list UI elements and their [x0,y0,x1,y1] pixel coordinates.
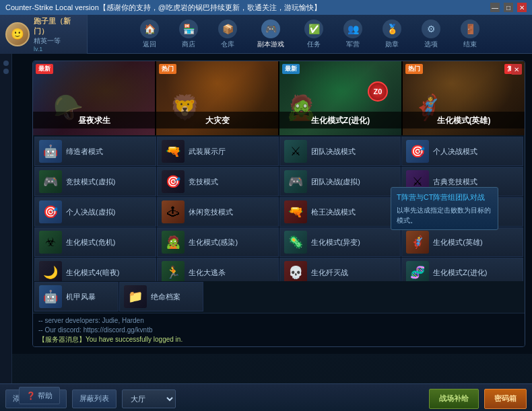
mode-name-bio-mutant: 生化模式(异变) [311,237,360,247]
mode-cell-solo-virt[interactable]: 🎯 个人决战(虚拟) [34,197,156,227]
rail-dot-1 [3,61,9,66]
mode-name-team-battle: 团队决战模式 [311,147,356,156]
chat-line-2: -- Our discord: https://discord.gg/kvntb [38,326,519,335]
mode-icon-casual: 🕹 [162,200,185,223]
mode-icon-gunking: 🔫 [284,200,307,223]
side-rail [0,54,12,383]
mode-cell-casual[interactable]: 🕹 休闲竞技模式 [157,197,279,227]
mode-cell-bio-mutant[interactable]: 🦠 生化模式(异变) [279,227,401,257]
mode-name-bio-annihilate: 生化歼灭战 [311,268,348,277]
mode-name-solo-virt: 个人决战(虚拟) [66,207,115,217]
nav-dungeon[interactable]: 🎮 副本游戏 [253,17,288,52]
main-content: ✕ 最新 🪖 昼夜求生 热门 🦁 大灾变 [0,54,532,383]
mode-cell-bio-crisis[interactable]: ☣ 生化模式(危机) [34,227,156,257]
banner-label-1: 昼夜求生 [78,116,110,125]
nav-medal[interactable]: 🏅 勋章 [378,17,405,52]
z-badge: Z0 [368,81,388,102]
mode-cell-mech[interactable]: 🤖 机甲风暴 [34,282,119,311]
mode-icon-bio-infect: 🧟 [162,231,185,254]
mode-cell-weapons[interactable]: 🔫 武装展示厅 [157,137,279,166]
mode-icon-bio-z: 🧬 [406,261,429,281]
mode-cell-comp-virt[interactable]: 🎮 竞技模式(虚拟) [34,167,156,196]
banner-item-1[interactable]: 最新 🪖 昼夜求生 [33,61,155,135]
nav-shop[interactable]: 🏪 商店 [175,17,202,52]
medal-icon: 🏅 [383,20,401,38]
mode-icon-bio-crisis: ☣ [39,231,62,254]
mode-cell-solo-battle[interactable]: 🎯 个人决战模式 [401,137,523,166]
mode-cell-bio-z[interactable]: 🧬 生化模式Z(进化) [401,258,523,281]
mode-icon-comp-virt: 🎮 [39,170,62,193]
mode-name-bio-infect: 生化模式(感染) [189,237,238,247]
battle-supply-button[interactable]: 战场补给 [429,389,479,409]
mode-icon-weapons: 🔫 [162,140,185,163]
chat-area: -- server developers: Judie, Harden -- O… [33,313,525,346]
nav-settings[interactable]: ⚙ 选项 [418,17,444,52]
nav-home[interactable]: 🏠 返回 [136,17,163,52]
banner-label-2: 大灾变 [205,116,230,125]
banner-section: 最新 🪖 昼夜求生 热门 🦁 大灾变 最新 [33,61,525,135]
banner-badge-3: 最新 [282,64,300,74]
mode-cell-team-battle[interactable]: ⚔ 团队决战模式 [279,137,401,166]
mode-icon-bio-hero: 🦸 [406,231,429,254]
nav-quest[interactable]: ✅ 任务 [300,17,327,52]
user-level: lv.1 [34,46,81,52]
mode-icon-bio-annihilate: 💀 [284,261,307,281]
mode-name-bio4-dark: 生化模式4(暗夜) [66,268,119,277]
nav-military[interactable]: 👥 军营 [339,17,366,52]
tooltip-desc: 以率先达成指定击败数为目标的模式。 [397,205,492,225]
banner-badge-4: 热门 [405,64,423,74]
mode-cell-bio-escape[interactable]: 🏃 生化大逃杀 [157,258,279,281]
app-container: 🙂 跑子里（新门） 精英一等 lv.1 🏠 返回 🏪 商店 📦 仓库 🎮 [0,15,532,411]
mode-icon-bio-mutant: 🦠 [284,231,307,254]
banner-item-2[interactable]: 热门 🦁 大灾变 [156,61,278,135]
nav-exit[interactable]: 🚪 结束 [457,17,484,52]
military-icon: 👥 [343,20,362,38]
mode-cell-bio4-dark[interactable]: 🌙 生化模式4(暗夜) [34,258,156,281]
mode-icon-dead: 📁 [124,285,147,308]
chat-line-3: 【服务器消息】You have successfully logged in. [38,335,519,344]
banner-label-4: 生化模式(英雄) [437,116,491,125]
mode-name-gunking: 枪王决战模式 [311,207,356,217]
mode-name-bio-z: 生化模式Z(进化) [433,268,487,277]
mode-cell-builder[interactable]: 🤖 缔造者模式 [34,137,156,166]
modal-close-button[interactable]: ✕ [511,64,522,75]
rail-dot-2 [3,69,9,74]
user-name: 跑子里（新门） [34,16,81,36]
window-controls: — □ ✕ [490,3,527,12]
mode-icon-team-virt: 🎮 [284,170,307,193]
mode-name-builder: 缔造者模式 [66,147,103,156]
mode-cell-gunking[interactable]: 🔫 枪王决战模式 [279,197,401,227]
mode-cell-team-virt[interactable]: 🎮 团队决战(虚拟) [279,167,401,196]
close-button[interactable]: ✕ [517,3,527,12]
banner-item-4[interactable]: 热门 复仇 🦸 生化模式(英雄) [403,61,525,135]
maximize-button[interactable]: □ [504,3,513,12]
window-title: Counter-Strike Local version【感谢你的支持，@吃虎岩… [5,3,321,13]
top-nav: 🙂 跑子里（新门） 精英一等 lv.1 🏠 返回 🏪 商店 📦 仓库 🎮 [0,15,532,54]
user-rank: 精英一等 [34,36,81,46]
mode-name-mech: 机甲风暴 [66,292,96,301]
mode-cell-bio-hero[interactable]: 🦸 生化模式(英雄) [401,227,523,257]
storage-icon: 📦 [218,20,237,38]
mode-cell-bio-infect[interactable]: 🧟 生化模式(感染) [157,227,279,257]
mode-cell-comp[interactable]: 🎯 竞技模式 [157,167,279,196]
mode-name-bio-hero: 生化模式(英雄) [433,237,482,247]
mode-cell-bio-annihilate[interactable]: 💀 生化歼灭战 [279,258,401,281]
minimize-button[interactable]: — [490,3,500,12]
match-button[interactable]: 密码箱 [484,389,527,409]
tooltip-title: T阵营与CT阵营组团队对战 [397,192,492,203]
server-select[interactable]: 大厅 [122,389,176,408]
banner-item-3[interactable]: 最新 Z0 🧟 生化模式Z(进化) [279,61,401,135]
quest-icon: ✅ [304,20,323,38]
mode-name-classic: 古典竞技模式 [433,177,477,186]
avatar: 🙂 [5,22,30,46]
nav-storage[interactable]: 📦 仓库 [214,17,241,52]
mode-name-dead: 绝命档案 [151,292,180,301]
help-button[interactable]: ❓ 帮助 [19,387,60,404]
block-list-button[interactable]: 屏蔽列表 [72,389,117,408]
mode-icon-bio4-dark: 🌙 [39,261,62,281]
user-panel[interactable]: 🙂 跑子里（新门） 精英一等 lv.1 [0,15,88,54]
mode-cell-dead[interactable]: 📁 绝命档案 [119,282,203,311]
exit-icon: 🚪 [461,20,479,38]
mode-icon-mech: 🤖 [39,285,62,308]
mode-cell-empty-2 [364,282,523,311]
